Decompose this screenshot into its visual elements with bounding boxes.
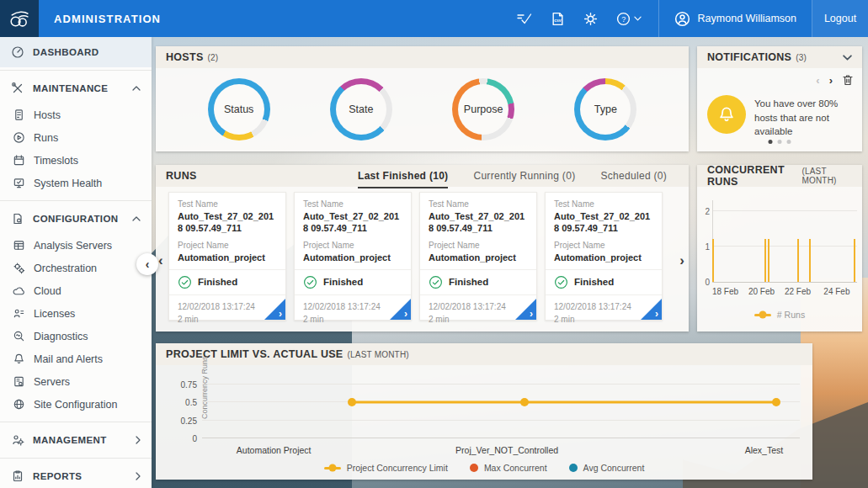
run-card-footer: 12/02/2018 13:17:24 2 min xyxy=(429,300,528,326)
table-icon xyxy=(13,239,25,252)
sidebar-item-label: Analysis Servers xyxy=(34,240,112,252)
tab-currently-running[interactable]: Currently Running (0) xyxy=(473,165,575,187)
user-menu[interactable]: Raymond Williamson xyxy=(659,0,812,37)
run-bar xyxy=(712,239,714,282)
tab-last-finished[interactable]: Last Finished (10) xyxy=(358,165,448,187)
divider xyxy=(420,294,536,295)
run-status: Finished xyxy=(429,275,528,289)
hosts-count: (2) xyxy=(208,53,219,62)
status-donut-chart[interactable]: Status xyxy=(208,78,270,141)
sidebar-item-dashboard[interactable]: DASHBOARD xyxy=(0,37,152,67)
chevron-down-icon[interactable] xyxy=(843,55,852,61)
sidebar-item-diagnostics[interactable]: Diagnostics xyxy=(0,325,152,347)
sidebar-item-configuration[interactable]: CONFIGURATION xyxy=(0,204,152,234)
export-csv-button[interactable]: csv xyxy=(551,12,565,26)
divider xyxy=(0,458,152,459)
csv-file-icon: csv xyxy=(551,12,565,26)
sidebar-item-label: System Health xyxy=(34,178,102,189)
open-run-button[interactable]: › xyxy=(279,308,282,320)
category-label: Automation Project xyxy=(237,445,312,455)
sidebar-item-label: CONFIGURATION xyxy=(33,214,118,224)
play-circle-icon xyxy=(13,131,25,144)
divider xyxy=(420,269,536,270)
next-notification-button[interactable]: › xyxy=(829,75,833,86)
notifications-panel: NOTIFICATIONS (3) ‹ › You have over 80% … xyxy=(697,46,862,151)
purpose-donut-chart[interactable]: Purpose xyxy=(452,78,514,141)
trash-icon[interactable] xyxy=(842,74,854,86)
run-card[interactable]: Test Name Auto_Test_27_02_2018 09.57.49_… xyxy=(545,192,663,321)
sidebar-item-site-configuration[interactable]: Site Configuration xyxy=(0,393,152,416)
bell-icon xyxy=(717,105,736,124)
sidebar-item-licenses[interactable]: Licenses xyxy=(0,302,152,325)
magnifier-icon xyxy=(13,330,25,342)
project-name-value: Automation_project xyxy=(554,252,653,263)
notifications-panel-header: NOTIFICATIONS (3) xyxy=(697,46,862,68)
calendar-icon xyxy=(13,154,25,167)
y-tick-label: 0.75 xyxy=(172,379,197,389)
run-card[interactable]: Test Name Auto_Test_27_02_2018 09.57.49_… xyxy=(294,192,412,321)
gridline xyxy=(202,384,800,385)
sidebar-item-management[interactable]: MANAGEMENT xyxy=(0,425,152,455)
tab-scheduled[interactable]: Scheduled (0) xyxy=(600,165,667,187)
run-card[interactable]: Test Name Auto_Test_27_02_2018 09.57.49_… xyxy=(168,192,286,321)
audit-checklist-icon xyxy=(517,13,532,25)
collapse-chevron-icon: ‹ xyxy=(146,257,150,271)
pager-dot[interactable] xyxy=(769,140,773,144)
sidebar-item-hosts[interactable]: Hosts xyxy=(0,103,152,126)
notification-pager xyxy=(769,140,791,144)
sidebar-item-orchestration[interactable]: Orchestration xyxy=(0,257,152,279)
open-run-button[interactable]: › xyxy=(655,308,658,320)
sidebar-item-runs[interactable]: Runs xyxy=(0,126,152,149)
divider xyxy=(0,422,152,422)
run-duration: 2 min xyxy=(303,313,402,326)
concurrent-runs-title: CONCURRENT RUNS xyxy=(707,164,797,188)
chevron-up-icon xyxy=(132,86,141,91)
gears-icon xyxy=(13,262,25,274)
notifications-count: (3) xyxy=(796,53,807,62)
run-bar xyxy=(797,239,799,282)
type-donut-chart[interactable]: Type xyxy=(574,78,636,141)
y-tick-label: 1 xyxy=(701,241,710,251)
card-corner xyxy=(641,299,662,320)
runs-scroll-left-button[interactable]: ‹ xyxy=(158,252,163,269)
project-name-label: Project Name xyxy=(429,241,528,250)
pager-dot[interactable] xyxy=(778,140,782,144)
card-corner xyxy=(390,299,411,320)
sidebar-item-label: Mail and Alerts xyxy=(34,353,103,365)
sidebar-item-reports[interactable]: REPORTS xyxy=(0,461,152,488)
sidebar-collapse-button[interactable]: ‹ xyxy=(136,253,158,275)
help-menu-button[interactable]: ? xyxy=(616,12,642,26)
runs-scroll-right-button[interactable]: › xyxy=(679,252,684,269)
category-label: Proj_Ver_NOT_Controlled xyxy=(455,445,558,455)
chevron-right-icon xyxy=(136,436,141,444)
sidebar-item-system-health[interactable]: System Health xyxy=(0,172,152,194)
state-donut-chart[interactable]: State xyxy=(330,78,392,141)
hosts-title: HOSTS xyxy=(166,51,204,63)
sidebar-item-cloud[interactable]: Cloud xyxy=(0,279,152,302)
sidebar-item-maintenance[interactable]: MAINTENANCE xyxy=(0,73,152,103)
svg-text:csv: csv xyxy=(554,19,561,23)
sidebar-item-servers[interactable]: Servers xyxy=(0,370,152,393)
sidebar-item-analysis-servers[interactable]: Analysis Servers xyxy=(0,234,152,257)
run-card[interactable]: Test Name Auto_Test_27_02_2018 09.57.49_… xyxy=(419,192,537,321)
sidebar-item-timeslots[interactable]: Timeslots xyxy=(0,149,152,172)
management-icon xyxy=(11,433,24,447)
user-avatar-icon xyxy=(674,11,690,27)
audit-log-button[interactable] xyxy=(517,13,532,25)
maintenance-group: Hosts Runs Timeslots System Health xyxy=(0,103,152,198)
y-tick-label: 0.25 xyxy=(172,416,197,425)
previous-notification-button[interactable]: ‹ xyxy=(816,75,819,86)
run-status: Finished xyxy=(303,275,402,289)
pager-dot[interactable] xyxy=(787,140,791,144)
y-tick-label: 0 xyxy=(172,434,197,443)
open-run-button[interactable]: › xyxy=(530,308,533,320)
logout-button[interactable]: Logout xyxy=(812,0,868,37)
test-name-label: Test Name xyxy=(178,199,277,209)
open-run-button[interactable]: › xyxy=(404,308,407,320)
settings-button[interactable] xyxy=(583,12,598,26)
notifications-title: NOTIFICATIONS xyxy=(707,51,791,63)
donut-label: State xyxy=(330,78,392,141)
bell-icon xyxy=(13,353,25,365)
sidebar-item-mail-and-alerts[interactable]: Mail and Alerts xyxy=(0,347,152,370)
project-limit-xlabels: Automation ProjectProj_Ver_NOT_Controlle… xyxy=(202,445,800,457)
